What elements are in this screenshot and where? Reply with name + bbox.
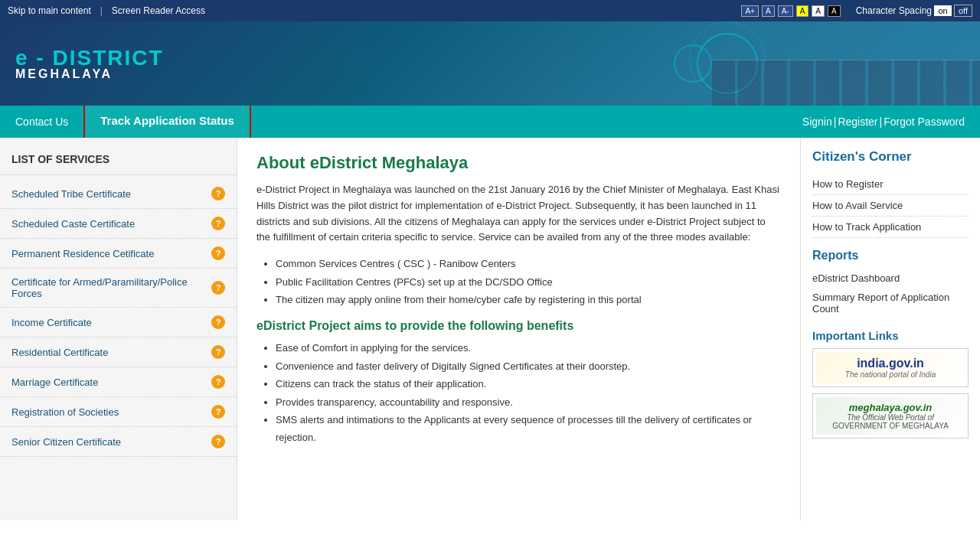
- banner-background: [291, 21, 980, 106]
- benefits-subtitle: eDistrict Project aims to provide the fo…: [256, 319, 781, 333]
- benefit-item: Ease of Comfort in applying for the serv…: [276, 339, 781, 357]
- right-panel: Citizen's Corner How to RegisterHow to A…: [800, 138, 980, 520]
- sidebar-item-5[interactable]: Residential Certificate?: [0, 337, 237, 367]
- corner-link-item[interactable]: How to Avail Service: [812, 195, 969, 217]
- signin-link[interactable]: Signin: [802, 116, 832, 128]
- benefit-item: Convenience and faster delivery of Digit…: [276, 357, 781, 375]
- help-icon-2[interactable]: ?: [211, 246, 225, 260]
- sidebar-item-label-6: Marriage Certificate: [11, 377, 211, 388]
- benefits-list: Ease of Comfort in applying for the serv…: [276, 339, 781, 446]
- meg-gov-tagline: The Official Web Portal of: [822, 413, 959, 422]
- help-icon-7[interactable]: ?: [211, 405, 225, 419]
- content-intro: e-District Project in Meghalaya was laun…: [256, 182, 781, 246]
- font-increase-btn[interactable]: A+: [741, 5, 759, 17]
- report-link-item[interactable]: Summary Report of Application Count: [812, 288, 969, 318]
- meg-gov-main: meghalaya.gov.in: [822, 402, 959, 413]
- mode-item: Common Services Centres ( CSC ) - Ranibo…: [276, 255, 781, 272]
- india-gov-text: india.gov.in: [822, 357, 959, 370]
- contrast-black-btn[interactable]: A: [828, 5, 841, 17]
- sidebar-item-7[interactable]: Registration of Societies?: [0, 397, 237, 427]
- forgot-password-link[interactable]: Forgot Password: [884, 116, 965, 128]
- sidebar-item-3[interactable]: Certificate for Armed/Paramilitary/Polic…: [0, 269, 237, 308]
- register-link[interactable]: Register: [838, 116, 877, 128]
- corner-link-item[interactable]: How to Track Application: [812, 217, 969, 238]
- help-icon-1[interactable]: ?: [211, 217, 225, 230]
- sidebar-item-8[interactable]: Senior Citizen Certificate?: [0, 427, 237, 457]
- screen-reader-link[interactable]: Screen Reader Access: [112, 5, 205, 16]
- sidebar-item-label-2: Permanent Residence Cetificate: [11, 248, 211, 259]
- content-area: About eDistrict Meghalaya e-District Pro…: [237, 138, 800, 520]
- sidebar-item-label-0: Scheduled Tribe Certificate: [11, 188, 211, 200]
- nav-right-auth: Signin | Register | Forgot Password: [802, 116, 980, 128]
- logo-area: e - DISTRICT MEGHALAYA: [15, 46, 164, 81]
- report-link-item[interactable]: eDistrict Dashboard: [812, 269, 969, 288]
- sidebar: LIST OF SERVICES Scheduled Tribe Certifi…: [0, 138, 237, 520]
- contrast-yellow-btn[interactable]: A: [796, 5, 809, 17]
- contrast-white-btn[interactable]: A: [812, 5, 825, 17]
- skip-main-link[interactable]: Skip to main content: [8, 5, 91, 16]
- sidebar-item-label-4: Income Certificate: [11, 317, 211, 328]
- font-size-controls: A+ A A- A A A: [741, 5, 840, 17]
- important-links-title: Important Links: [812, 329, 969, 342]
- keyboard-decoration: [712, 60, 980, 106]
- sidebar-item-label-1: Scheduled Caste Certificate: [11, 218, 211, 230]
- benefit-item: Provides transparency, accountability an…: [276, 393, 781, 411]
- mode-item: The citizen may apply online from their …: [276, 291, 781, 308]
- sidebar-item-label-8: Senior Citizen Certificate: [11, 436, 211, 448]
- mode-item: Public Facilitation Centres (PFCs) set u…: [276, 273, 781, 291]
- modes-list: Common Services Centres ( CSC ) - Ranibo…: [276, 255, 781, 308]
- font-decrease-btn[interactable]: A-: [778, 5, 793, 17]
- content-title: About eDistrict Meghalaya: [256, 153, 781, 173]
- help-icon-6[interactable]: ?: [211, 375, 225, 389]
- help-icon-8[interactable]: ?: [211, 435, 225, 448]
- sidebar-item-6[interactable]: Marriage Certificate?: [0, 367, 237, 397]
- accessibility-bar: Skip to main content | Screen Reader Acc…: [0, 0, 980, 21]
- help-icon-5[interactable]: ?: [211, 345, 225, 359]
- main-layout: LIST OF SERVICES Scheduled Tribe Certifi…: [0, 138, 980, 520]
- help-icon-4[interactable]: ?: [211, 315, 225, 329]
- sidebar-item-0[interactable]: Scheduled Tribe Certificate?: [0, 179, 237, 209]
- char-spacing-on[interactable]: on: [934, 5, 951, 16]
- char-spacing-off[interactable]: off: [954, 5, 972, 17]
- help-icon-0[interactable]: ?: [211, 187, 225, 201]
- meg-gov-sub: GOVERNMENT OF MEGHALAYA: [822, 422, 959, 430]
- contact-us-nav[interactable]: Contact Us: [0, 106, 83, 138]
- india-gov-sub: The national portal of India: [822, 370, 959, 379]
- benefit-item: SMS alerts and intimations to the Applic…: [276, 411, 781, 447]
- benefit-item: Citizens can track the status of their a…: [276, 375, 781, 393]
- report-links: eDistrict DashboardSummary Report of App…: [812, 269, 969, 318]
- char-spacing-label: Character Spacing on off: [856, 5, 972, 16]
- citizens-corner-title: Citizen's Corner: [812, 149, 969, 165]
- sidebar-item-2[interactable]: Permanent Residence Cetificate?: [0, 239, 237, 269]
- header-banner: e - DISTRICT MEGHALAYA: [0, 21, 980, 106]
- help-icon-3[interactable]: ?: [211, 281, 225, 295]
- sidebar-item-1[interactable]: Scheduled Caste Certificate?: [0, 209, 237, 239]
- corner-links: How to RegisterHow to Avail ServiceHow t…: [812, 174, 969, 238]
- corner-link-item[interactable]: How to Register: [812, 174, 969, 195]
- meghalaya-gov-badge[interactable]: meghalaya.gov.in The Official Web Portal…: [812, 393, 969, 439]
- india-gov-badge[interactable]: india.gov.in The national portal of Indi…: [812, 348, 969, 387]
- font-reset-btn[interactable]: A: [762, 5, 775, 17]
- sidebar-item-label-5: Residential Certificate: [11, 347, 211, 358]
- sidebar-title: LIST OF SERVICES: [0, 149, 237, 175]
- sidebar-item-label-3: Certificate for Armed/Paramilitary/Polic…: [11, 276, 211, 299]
- track-application-nav[interactable]: Track Application Status: [83, 103, 251, 139]
- nav-bar: Contact Us Track Application Status Sign…: [0, 106, 980, 138]
- sidebar-item-label-7: Registration of Societies: [11, 406, 211, 418]
- sidebar-item-4[interactable]: Income Certificate?: [0, 308, 237, 337]
- reports-title: Reports: [812, 249, 969, 262]
